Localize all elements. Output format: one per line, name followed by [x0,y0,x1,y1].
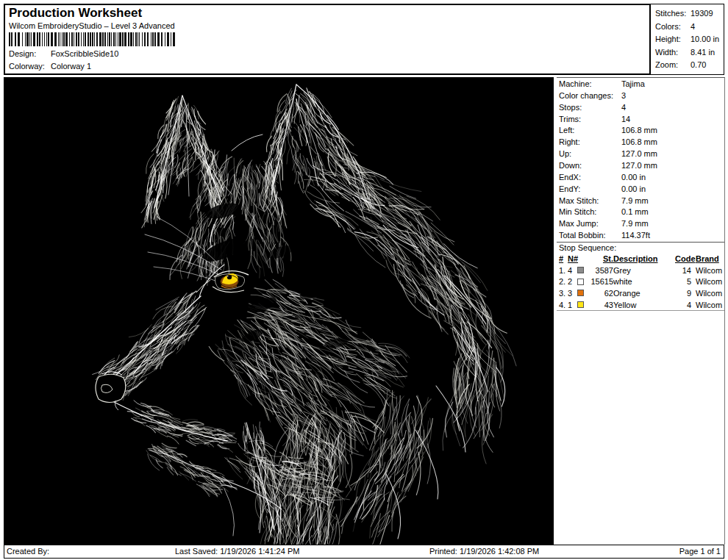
thread-code: 14 [675,266,691,275]
thread-color-swatch [577,290,588,296]
thread-color-swatch [577,267,588,273]
divider [557,310,724,311]
printed-label: Printed: 1/19/2026 1:42:08 PM [429,545,539,558]
design-summary-box: Stitches:19309 Colors:4 Height:10.00 in … [650,4,724,75]
needle-number: 1 [568,301,577,309]
machine-info-row: Machine:Tajima [559,79,724,90]
created-by-label: Created By: [7,545,49,558]
machine-info-value: 7.9 mm [621,196,649,205]
machine-info-label: Max Stitch: [559,195,621,207]
summary-value: 10.00 in [690,35,719,43]
machine-info-value: 127.0 mm [621,149,657,158]
machine-info-label: Color changes: [559,90,621,102]
stop-sequence-header: # N# St. Description Code Brand [559,253,723,265]
machine-info-label: EndY: [559,184,621,195]
stitch-count: 15615 [588,277,613,286]
machine-info-label: Trims: [559,114,621,126]
col-description: Description [613,254,675,263]
design-row: Design:FoxScribbleSide10 [9,49,118,59]
page-title: Production Worksheet [9,6,142,21]
machine-info-row: Trims:14 [559,114,724,126]
page-indicator: Page 1 of 1 [679,545,721,558]
machine-info-row: Max Stitch:7.9 mm [559,195,724,207]
needle-number: 4 [568,266,577,275]
col-needle: N# [568,254,577,263]
machine-info-row: Total Bobbin:114.37ft [559,230,724,242]
col-num: # [559,254,568,263]
machine-info-value: 7.9 mm [621,219,649,228]
thread-brand: Wilcom [691,301,723,309]
machine-info-value: 127.0 mm [621,161,657,170]
machine-info-value: 14 [621,115,630,123]
stitch-count: 3587 [588,266,613,275]
stop-sequence-row: 2. 2 15615 white 5 Wilcom [559,276,723,287]
machine-info-row: Max Jump:7.9 mm [559,218,724,230]
stop-number: 2. [559,277,568,286]
summary-row: Height:10.00 in [655,33,724,46]
needle-number: 2 [568,277,577,286]
thread-color-swatch [577,279,588,285]
thread-code: 5 [675,277,691,286]
machine-info-value: 0.00 in [621,184,646,193]
stop-number: 3. [559,289,568,298]
thread-description: white [613,277,675,286]
machine-info-label: Stops: [559,102,621,114]
machine-info-row: Left:106.8 mm [559,125,724,137]
thread-code: 9 [675,289,691,298]
design-value: FoxScribbleSide10 [51,49,118,58]
machine-info-rows: Machine:Tajima Color changes:3 Stops:4 T… [559,79,724,242]
stitch-count: 62 [588,289,613,298]
summary-value: 19309 [690,9,713,18]
summary-row: Stitches:19309 [655,7,724,21]
thread-brand: Wilcom [691,277,723,286]
stop-sequence-row: 1. 4 3587 Grey 14 Wilcom [559,265,723,276]
summary-label: Width: [655,46,690,60]
machine-info-value: 0.1 mm [621,207,649,216]
machine-info-label: Down: [559,160,621,172]
thread-code: 4 [675,301,691,309]
design-label: Design: [9,49,51,59]
needle-number: 3 [568,289,577,298]
summary-row: Zoom:0.70 [655,59,724,72]
summary-value: 8.41 in [690,48,715,57]
app-subtitle: Wilcom EmbroideryStudio – Level 3 Advanc… [9,21,175,30]
summary-label: Colors: [655,21,690,34]
machine-info-row: Right:106.8 mm [559,137,724,148]
stop-number: 4. [559,301,568,309]
worksheet-header: Production Worksheet Wilcom EmbroiderySt… [4,4,651,75]
stop-sequence-row: 3. 3 62 Orange 9 Wilcom [559,287,723,299]
machine-info-value: 106.8 mm [621,137,657,146]
summary-row: Width:8.41 in [655,46,724,60]
colorway-label: Colorway: [9,61,51,71]
summary-row: Colors:4 [655,21,724,34]
machine-info-value: 114.37ft [621,231,650,240]
stop-sequence-rows: 1. 4 3587 Grey 14 Wilcom 2. 2 15615 whit… [559,265,723,311]
summary-value: 4 [690,22,695,31]
machine-info-label: Total Bobbin: [559,230,621,242]
stop-number: 1. [559,266,568,275]
machine-info-value: 4 [621,103,626,112]
stitch-count: 43 [588,301,613,309]
machine-info-label: Machine: [559,79,621,90]
barcode [9,32,178,46]
summary-label: Height: [655,33,690,46]
col-code: Code [675,254,691,263]
stop-sequence-table: # N# St. Description Code Brand 1. 4 358… [559,253,723,310]
machine-info-label: Right: [559,137,621,148]
last-saved-label: Last Saved: 1/19/2026 1:41:24 PM [175,545,299,558]
machine-info-row: Stops:4 [559,102,724,114]
machine-info-value: Tajima [621,79,645,88]
summary-label: Stitches: [655,7,690,21]
machine-info-row: Min Stitch:0.1 mm [559,207,724,218]
footer-bar: Created By: Last Saved: 1/19/2026 1:41:2… [4,545,724,559]
summary-value: 0.70 [690,60,706,69]
thread-color-swatch [577,301,588,308]
machine-info-row: Color changes:3 [559,90,724,102]
machine-info-row: EndY:0.00 in [559,184,724,195]
machine-info-value: 3 [621,91,626,100]
machine-info-row: Up:127.0 mm [559,148,724,160]
machine-info-label: Max Jump: [559,218,621,230]
machine-info-row: Down:127.0 mm [559,160,724,172]
design-preview-canvas [4,77,554,545]
colorway-row: Colorway:Colorway 1 [9,61,91,71]
